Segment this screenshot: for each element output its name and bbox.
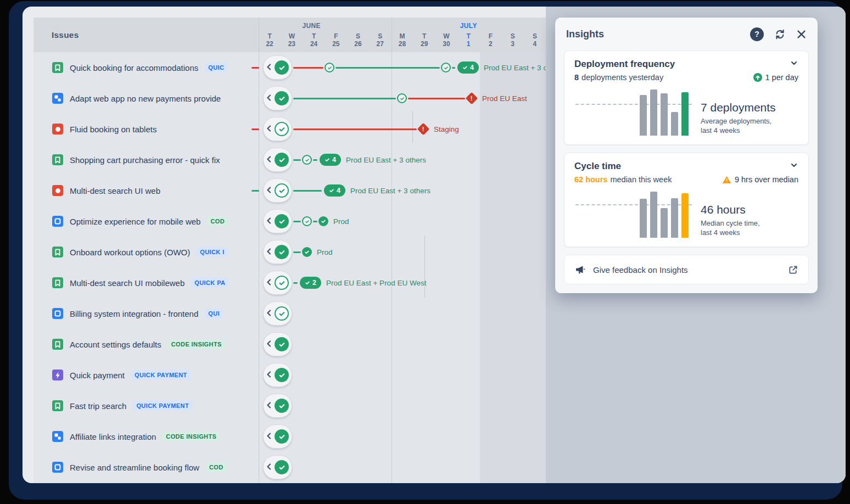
chart-bar — [650, 89, 657, 136]
bar-segment — [452, 67, 455, 69]
give-feedback-button[interactable]: Give feedback on Insights — [564, 255, 809, 284]
deployment-count-badge[interactable]: 4 — [320, 154, 341, 166]
issue-row[interactable]: Quick booking for accommodations QUIC 4P… — [33, 52, 546, 83]
environment-label: Prod EU East + 3 others — [350, 187, 430, 195]
bar-segment — [293, 282, 298, 284]
issue-row[interactable]: Optimize experience for mobile web COD P… — [33, 206, 546, 237]
mini-bar-chart — [574, 192, 693, 238]
bar-segment — [293, 128, 417, 130]
expand-pill-button[interactable] — [263, 148, 292, 172]
issue-row[interactable]: Account settings defaults CODE INSIGHTS — [33, 329, 546, 360]
environment-label: Staging — [434, 125, 459, 133]
chevron-left-icon — [266, 432, 271, 441]
chevron-down-icon[interactable] — [790, 59, 798, 70]
issue-row[interactable]: Multi-dest search UI web 4Prod EU East +… — [33, 175, 546, 206]
screenshot-root: { "colors": { "green": "#22a06b", "red":… — [0, 0, 850, 504]
issue-title: Account settings defaults — [70, 340, 161, 349]
day-column: S4 — [524, 33, 546, 52]
month-label: JUNE — [302, 22, 321, 30]
chart-bar — [671, 198, 678, 238]
expand-pill-button[interactable] — [263, 117, 292, 141]
day-column: T22 — [259, 33, 281, 52]
check-circle-icon — [275, 214, 289, 228]
external-link-icon — [788, 265, 798, 275]
bar-segment — [293, 251, 301, 253]
check-circle-icon — [275, 429, 289, 444]
insights-panel: Insights ? Deployment frequency — [555, 18, 818, 293]
expand-pill-button[interactable] — [263, 332, 292, 356]
issue-row[interactable]: Fast trip search QUICK PAYMENT — [33, 390, 546, 421]
bar-segment — [293, 221, 301, 222]
issue-row[interactable]: Fluid booking on tablets !Staging — [33, 114, 546, 144]
chevron-down-icon[interactable] — [790, 161, 798, 172]
bars — [640, 192, 689, 238]
expand-pill-button[interactable] — [263, 301, 292, 326]
refresh-icon[interactable] — [774, 29, 786, 40]
issue-title: Fluid booking on tablets — [70, 125, 156, 134]
expand-pill-button[interactable] — [263, 455, 292, 479]
expand-pill-button[interactable] — [263, 178, 292, 203]
day-column: M28 — [391, 33, 413, 52]
chevron-left-icon — [266, 247, 271, 257]
deployed-check-icon — [302, 247, 312, 257]
expand-pill-button[interactable] — [263, 86, 292, 110]
issue-row[interactable]: Affiliate links integration CODE INSIGHT… — [33, 421, 546, 452]
day-column: T1 — [457, 33, 479, 52]
chart-bar — [661, 208, 668, 238]
deployment-count-badge[interactable]: 4 — [457, 61, 479, 74]
expand-pill-button[interactable] — [263, 55, 292, 80]
issue-label-badge: COD — [206, 462, 227, 472]
chevron-left-icon — [266, 93, 271, 103]
bar-segment — [293, 67, 323, 69]
stat-text: median this week — [610, 175, 672, 184]
chart-caption: Average deployments, last 4 weeks — [701, 116, 798, 136]
issue-row[interactable]: Shopping cart purchasing error - quick f… — [33, 144, 546, 175]
issue-row[interactable]: Billing system integration - frontend QU… — [33, 298, 546, 329]
expand-pill-button[interactable] — [263, 363, 292, 387]
chevron-left-icon — [266, 186, 271, 195]
issue-row[interactable]: Multi-dest search UI mobileweb QUICK PA … — [33, 267, 546, 298]
chart-bar — [681, 92, 689, 136]
expand-pill-button[interactable] — [263, 209, 292, 233]
chart-bar — [640, 199, 647, 238]
milestone-check-icon — [397, 93, 407, 103]
issue-timeline-track: Prod — [259, 206, 546, 237]
help-icon[interactable]: ? — [750, 27, 764, 41]
megaphone-icon — [574, 264, 585, 275]
issue-timeline-track — [259, 329, 546, 360]
insights-title: Insights — [566, 29, 750, 40]
story-icon — [52, 400, 63, 411]
failed-deployment-icon[interactable]: ! — [466, 92, 478, 105]
close-icon[interactable] — [796, 29, 807, 40]
milestone-check-icon — [302, 155, 312, 165]
issue-label-badge: CODE INSIGHTS — [168, 339, 225, 349]
issue-row[interactable]: Quick payment QUICK PAYMENT — [33, 360, 546, 390]
check-circle-icon — [275, 399, 289, 413]
chart-bar — [650, 192, 657, 238]
deployment-count-badge[interactable]: 2 — [300, 277, 321, 289]
day-columns: T22W23T24F25S26S27M28T29W30T1F2S3S4 — [259, 33, 546, 52]
timeline-header: Issues JUNEJULY T22W23T24F25S26S27M28T29… — [33, 18, 546, 52]
bar-segment — [408, 98, 465, 99]
issue-row[interactable]: Revise and streamline booking flow COD — [33, 452, 546, 483]
chevron-left-icon — [266, 278, 271, 288]
issue-label-badge: COD — [207, 216, 228, 226]
insights-header: Insights ? — [555, 18, 818, 51]
chevron-left-icon — [266, 462, 271, 472]
stat-value: 62 hours — [574, 175, 607, 184]
expand-pill-button[interactable] — [263, 240, 292, 264]
cycle-time-card: Cycle time 62 hours median this week 9 h… — [564, 153, 809, 247]
failed-deployment-icon[interactable]: ! — [417, 123, 430, 136]
expand-pill-button[interactable] — [263, 271, 292, 295]
issue-title: Multi-dest search UI mobileweb — [70, 278, 184, 288]
issue-row[interactable]: Onboard workout options (OWO) QUICK I Pr… — [33, 237, 546, 267]
expand-pill-button[interactable] — [263, 424, 292, 449]
expand-pill-button[interactable] — [263, 394, 292, 418]
issue-timeline-track: 4Prod EU East + 3 others — [259, 52, 546, 83]
story-icon — [52, 154, 63, 165]
issue-row[interactable]: Adapt web app no new payments provide !P… — [33, 83, 546, 114]
environment-label: Prod EU East — [482, 94, 527, 103]
bar-segment — [313, 159, 317, 161]
bar-overflow-dash — [251, 128, 259, 130]
deployment-count-badge[interactable]: 4 — [324, 184, 345, 197]
